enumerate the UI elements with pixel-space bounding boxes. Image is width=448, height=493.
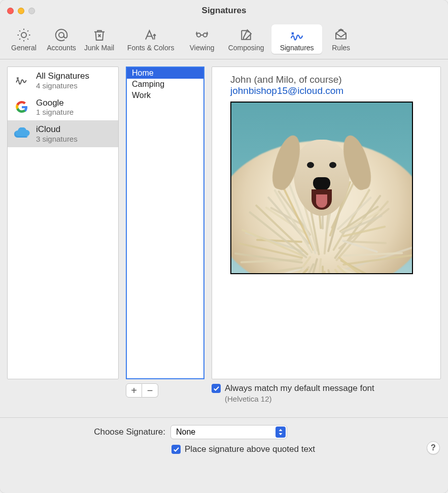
account-text: iCloud 3 signatures [36,124,78,143]
tab-label: Composing [228,44,264,52]
window-title: Signatures [0,6,448,16]
account-row-all[interactable]: All Signatures 4 signatures [8,67,118,94]
account-sub: 4 signatures [36,81,89,90]
place-above-label: Place signature above quoted text [185,444,315,454]
tab-label: General [11,44,37,52]
tab-label: Fonts & Colors [127,44,175,52]
tab-label: Viewing [190,44,215,52]
account-row-icloud[interactable]: iCloud 3 signatures [8,120,118,147]
signature-names-list[interactable]: Home Camping Work [126,67,204,379]
titlebar: Signatures [0,0,448,21]
choose-signature-select[interactable]: None [170,425,287,439]
footer: Choose Signature: None Place signature a… [0,418,448,463]
below-columns-row: + − Always match my default message font… [0,379,448,403]
preferences-toolbar: General Accounts Junk Mail Fonts & Color… [0,21,448,59]
account-row-google[interactable]: Google 1 signature [8,94,118,121]
select-stepper-icon [275,426,286,438]
match-font-checkbox[interactable]: Always match my default message font [212,383,441,393]
tab-viewing[interactable]: Viewing [183,24,221,54]
choose-signature-label: Choose Signature: [8,427,165,437]
tab-composing[interactable]: Composing [221,24,271,54]
signature-text-name: John (and Milo, of course) [230,74,433,85]
match-font-label: Always match my default message font [225,383,374,393]
select-value: None [176,428,195,437]
signature-preview[interactable]: John (and Milo, of course) johnbishop15@… [212,67,441,379]
signature-item-work[interactable]: Work [127,90,203,101]
tab-label: Junk Mail [84,44,114,52]
account-sub: 3 signatures [36,135,78,143]
glasses-icon [194,27,210,43]
google-icon [13,98,31,116]
account-name: Google [36,98,74,108]
font-note: (Helvetica 12) [225,395,441,403]
choose-signature-row: Choose Signature: None [8,425,440,439]
help-button[interactable]: ? [427,441,440,454]
account-text: All Signatures 4 signatures [36,71,89,90]
fonts-icon [143,27,158,43]
place-above-checkbox[interactable]: Place signature above quoted text [171,444,440,454]
tab-junk-mail[interactable]: Junk Mail [80,24,118,54]
accounts-list: All Signatures 4 signatures Google 1 sig… [7,67,119,379]
tab-accounts[interactable]: Accounts [43,24,80,54]
preferences-window: Signatures General Accounts Junk Mail Fo… [0,0,448,493]
signature-icon [13,71,31,89]
gear-icon [16,27,31,43]
account-name: iCloud [36,124,78,135]
tab-label: Rules [332,44,350,52]
trash-icon [92,27,107,43]
signatures-content: All Signatures 4 signatures Google 1 sig… [0,59,448,379]
add-remove-buttons: + − [126,383,204,398]
signature-icon [289,27,304,43]
signature-image [230,102,413,274]
signature-item-home[interactable]: Home [127,68,203,79]
compose-icon [238,27,254,43]
tab-fonts-colors[interactable]: Fonts & Colors [118,24,183,54]
rules-icon [333,27,349,43]
at-sign-icon [54,27,69,43]
place-above-row: Place signature above quoted text [8,444,440,454]
remove-signature-button[interactable]: − [142,383,158,398]
tab-signatures[interactable]: Signatures [271,24,322,54]
tab-label: Signatures [280,44,314,52]
signature-text-email: johnbishop15@icloud.com [230,85,433,96]
signature-item-camping[interactable]: Camping [127,79,203,90]
checkbox-checked-icon [171,445,181,454]
account-name: All Signatures [36,71,89,81]
tab-label: Accounts [47,44,76,52]
account-sub: 1 signature [36,108,74,116]
tab-general[interactable]: General [5,24,43,54]
icloud-icon [13,124,31,143]
tab-rules[interactable]: Rules [322,24,360,54]
match-font-row: Always match my default message font (He… [212,383,441,403]
checkbox-checked-icon [212,384,221,393]
add-signature-button[interactable]: + [126,383,142,398]
account-text: Google 1 signature [36,98,74,117]
